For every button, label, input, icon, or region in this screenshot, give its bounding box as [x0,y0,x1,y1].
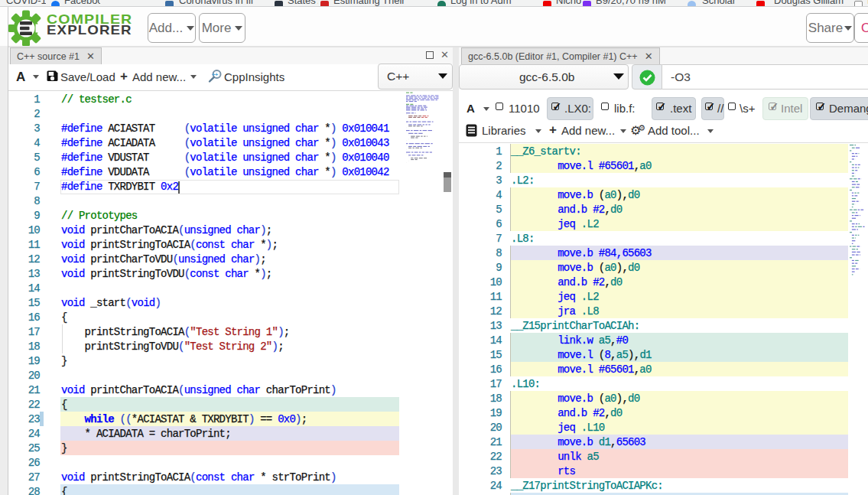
svg-text:++: ++ [212,72,218,77]
